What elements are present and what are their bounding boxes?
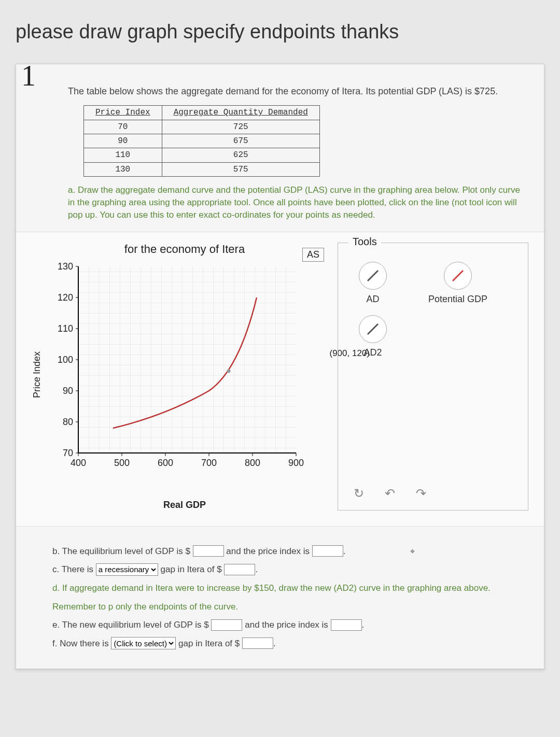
svg-line-31 [453,271,463,281]
e-mid: and the price index is [245,620,330,630]
f-gap-select[interactable]: (Click to select) [111,637,176,649]
svg-line-30 [368,271,378,281]
reset-icon[interactable]: ↻ [354,486,364,501]
cursor-icon: ⌖ [410,543,415,560]
x-axis-label: Real GDP [47,500,322,511]
c-pre: c. There is [52,564,96,574]
intro-text: The table below shows the aggregate dema… [68,85,528,98]
tool-ad[interactable]: AD [359,262,387,305]
y-axis-label: Price Index [32,351,43,398]
part-a-text: a. Draw the aggregate demand curve and t… [68,184,528,221]
svg-text:120: 120 [58,292,73,303]
e-price-input[interactable] [331,619,362,631]
f-amount-input[interactable] [242,637,273,649]
svg-text:100: 100 [58,355,73,365]
cell: 625 [162,148,319,162]
c-gap-select[interactable]: a recessionary [96,563,158,576]
th-price: Price Index [84,106,162,120]
line-icon[interactable] [359,262,387,290]
c-amount-input[interactable] [224,564,255,575]
svg-text:800: 800 [245,458,260,468]
svg-text:70: 70 [63,448,73,458]
cell: 130 [84,162,162,176]
as-label: AS [302,248,324,262]
cell: 90 [84,134,162,148]
th-qty: Aggregate Quantity Demanded [162,106,319,120]
graph-title: for the economy of Itera [47,243,322,256]
chart-svg[interactable]: 130 120 110 100 90 80 70 [47,261,322,479]
cell: 110 [84,148,162,162]
svg-text:500: 500 [114,458,130,468]
tool-ad-label: AD [366,294,379,304]
e-pre: e. The new equilibrium level of GDP is $ [52,620,209,630]
b-mid: and the price index is [226,546,312,556]
graph-area: Price Index for the economy of Itera AS … [16,232,544,527]
cell: 575 [162,162,319,176]
answers-block: b. The equilibrium level of GDP is $ and… [16,527,544,669]
line-icon[interactable] [359,315,387,343]
b-pre: b. The equilibrium level of GDP is $ [52,546,190,556]
request-heading: please draw graph specify endpoints than… [16,21,544,43]
tool-ad2-label: AD2 [363,347,382,358]
tool-ad2[interactable]: AD2 [359,315,387,358]
svg-point-29 [227,369,231,373]
svg-text:110: 110 [58,323,73,334]
f-mid: gap in Itera of $ [178,639,240,648]
svg-text:600: 600 [158,458,173,468]
cell: 725 [162,120,319,134]
svg-text:90: 90 [63,386,73,396]
b-price-input[interactable] [312,545,343,557]
redo-icon[interactable]: ↷ [416,486,426,501]
svg-text:130: 130 [58,261,73,272]
svg-line-32 [368,324,378,334]
ad-table: Price Index Aggregate Quantity Demanded … [83,105,320,177]
b-gdp-input[interactable] [193,545,224,557]
svg-rect-0 [78,266,296,453]
cell: 675 [162,134,319,148]
tools-panel: Tools AD Potential GDP [338,243,528,511]
plot-canvas[interactable]: AS (900, 120) [47,261,322,511]
svg-text:400: 400 [71,458,86,468]
line-icon[interactable] [444,262,472,290]
d-text: d. If aggregate demand in Itera were to … [52,579,528,616]
f-pre: f. Now there is [52,639,111,648]
undo-icon[interactable]: ↶ [385,486,395,501]
svg-text:80: 80 [63,417,73,427]
tool-potential[interactable]: Potential GDP [428,262,487,305]
c-mid: gap in Itera of $ [161,564,222,574]
question-number: 1 [21,59,36,92]
svg-text:700: 700 [201,458,217,468]
tool-potential-label: Potential GDP [428,294,487,304]
e-gdp-input[interactable] [211,619,242,631]
svg-text:900: 900 [288,458,304,468]
tools-title: Tools [348,236,381,248]
question-sheet: 1 The table below shows the aggregate de… [16,64,544,669]
cell: 70 [84,120,162,134]
